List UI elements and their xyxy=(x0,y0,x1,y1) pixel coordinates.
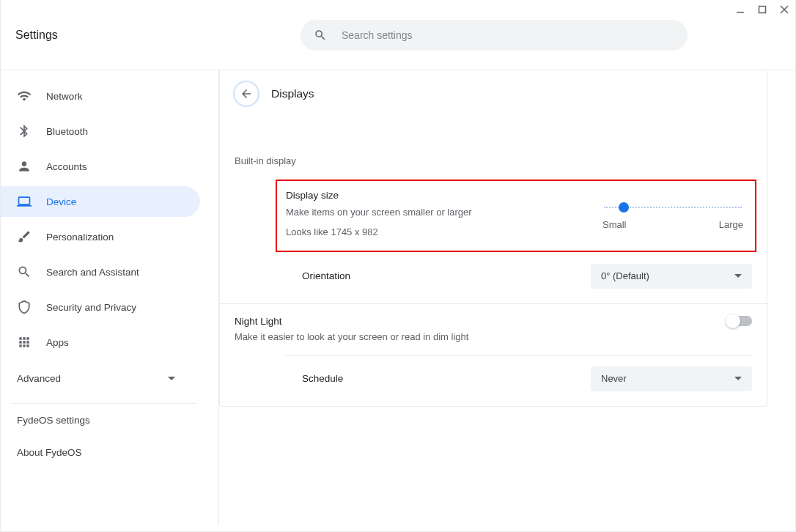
sidebar-item-bluetooth[interactable]: Bluetooth xyxy=(1,116,200,147)
search-bar[interactable] xyxy=(301,20,688,51)
footer-label: About FydeOS xyxy=(17,447,82,458)
sidebar-item-security-privacy[interactable]: Security and Privacy xyxy=(1,292,200,322)
sidebar-item-label: Security and Privacy xyxy=(46,302,136,313)
display-size-slider[interactable] xyxy=(604,200,742,215)
sidebar-item-accounts[interactable]: Accounts xyxy=(1,151,200,182)
laptop-icon xyxy=(17,194,32,209)
night-light-description: Make it easier to look at your screen or… xyxy=(220,331,767,351)
display-size-description: Make items on your screen smaller or lar… xyxy=(286,205,600,221)
schedule-row: Schedule Never xyxy=(220,356,767,406)
display-size-text: Display size Make items on your screen s… xyxy=(286,190,600,240)
chevron-down-icon xyxy=(734,274,742,278)
sidebar-item-device[interactable]: Device xyxy=(1,186,200,217)
footer-label: FydeOS settings xyxy=(17,415,90,426)
back-button[interactable] xyxy=(233,81,259,107)
orientation-label: Orientation xyxy=(302,270,350,281)
slider-min-label: Small xyxy=(602,219,627,230)
display-size-resolution: Looks like 1745 x 982 xyxy=(286,225,600,240)
sidebar-item-personalization[interactable]: Personalization xyxy=(1,221,200,252)
sidebar-advanced[interactable]: Advanced xyxy=(1,362,191,394)
apps-icon xyxy=(17,335,32,350)
app-title: Settings xyxy=(15,29,58,42)
brush-icon xyxy=(17,229,32,244)
display-size-title: Display size xyxy=(286,190,600,201)
bluetooth-icon xyxy=(17,124,32,138)
night-light-toggle[interactable] xyxy=(727,316,752,326)
slider-max-label: Large xyxy=(719,219,743,230)
display-size-highlight: Display size Make items on your screen s… xyxy=(276,180,756,252)
section-label: Built-in display xyxy=(220,151,767,180)
sidebar-fydeos-settings[interactable]: FydeOS settings xyxy=(1,404,218,436)
sidebar-item-label: Device xyxy=(46,196,76,207)
schedule-label: Schedule xyxy=(302,373,343,384)
settings-card: Displays Built-in display Display size M… xyxy=(219,70,767,407)
sidebar: Network Bluetooth Accounts Device xyxy=(1,70,219,525)
schedule-value: Never xyxy=(601,373,627,384)
advanced-label: Advanced xyxy=(17,373,61,384)
sidebar-item-network[interactable]: Network xyxy=(1,81,200,111)
sidebar-item-label: Bluetooth xyxy=(46,126,88,137)
sidebar-item-label: Apps xyxy=(46,337,69,348)
sidebar-item-label: Search and Assistant xyxy=(46,267,139,278)
shield-icon xyxy=(17,300,32,314)
search-icon xyxy=(314,29,327,42)
window: Settings Network Bluetooth xyxy=(0,0,796,532)
sidebar-item-label: Accounts xyxy=(46,161,87,172)
slider-knob[interactable] xyxy=(619,202,629,213)
sidebar-item-label: Personalization xyxy=(46,232,114,243)
orientation-select[interactable]: 0° (Default) xyxy=(591,264,752,289)
person-icon xyxy=(17,159,32,174)
display-size-slider-block: Small Large xyxy=(600,200,746,230)
wifi-icon xyxy=(17,89,32,103)
sidebar-item-apps[interactable]: Apps xyxy=(1,327,200,358)
page-title: Displays xyxy=(271,87,314,100)
content-area: Displays Built-in display Display size M… xyxy=(219,70,795,525)
search-icon xyxy=(17,265,32,279)
chevron-down-icon xyxy=(734,377,742,380)
night-light-row: Night Light xyxy=(220,304,767,331)
sidebar-item-search-assistant[interactable]: Search and Assistant xyxy=(1,256,200,287)
night-light-title: Night Light xyxy=(235,316,282,327)
card-header: Displays xyxy=(220,70,767,122)
orientation-row: Orientation 0° (Default) xyxy=(220,258,767,303)
schedule-select[interactable]: Never xyxy=(591,366,752,391)
header: Settings xyxy=(1,0,795,70)
sidebar-about-fydeos[interactable]: About FydeOS xyxy=(1,436,218,468)
search-input[interactable] xyxy=(340,29,674,42)
orientation-value: 0° (Default) xyxy=(601,270,649,281)
sidebar-item-label: Network xyxy=(46,91,83,102)
chevron-down-icon xyxy=(168,377,175,380)
